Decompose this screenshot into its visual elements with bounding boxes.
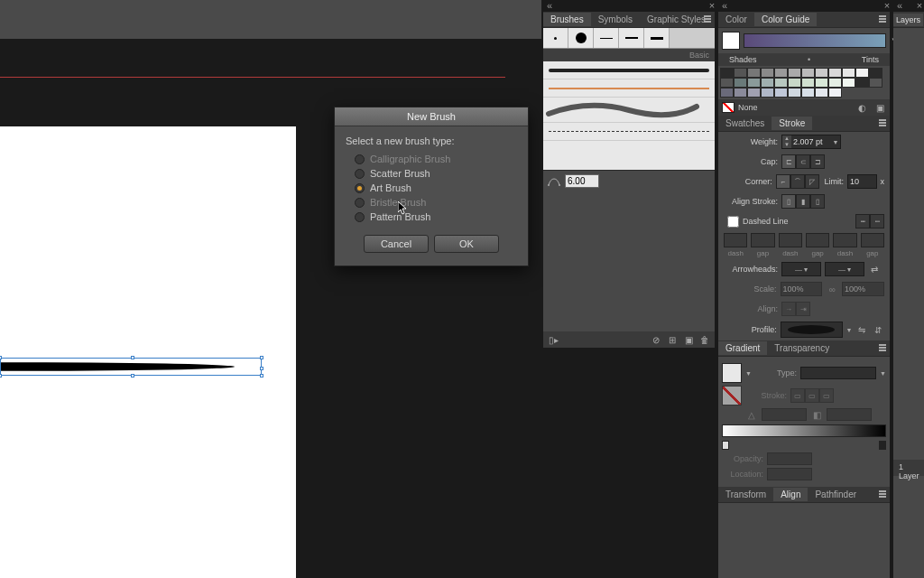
dash-align-icon[interactable]: ┉ <box>870 214 884 228</box>
color-swatch[interactable] <box>815 68 828 78</box>
brush-item[interactable] <box>543 98 715 123</box>
panel-close-icon[interactable]: × <box>914 0 924 11</box>
brush-thumbnail[interactable] <box>619 28 644 48</box>
panel-collapse-icon[interactable]: « <box>719 0 730 11</box>
dash-field[interactable] <box>833 233 856 247</box>
recolor-icon[interactable]: ◐ <box>855 101 868 114</box>
color-swatch[interactable] <box>869 68 882 78</box>
radio-icon[interactable] <box>355 169 365 179</box>
scale-end-input[interactable] <box>843 284 877 294</box>
options-icon[interactable]: ⊞ <box>666 333 679 346</box>
resize-handle[interactable] <box>260 367 263 370</box>
tab-pathfinder[interactable]: Pathfinder <box>808 488 864 501</box>
tab-transparency[interactable]: Transparency <box>767 341 836 355</box>
stroke-grad-3-icon[interactable]: ▭ <box>819 388 834 403</box>
color-swatch[interactable] <box>842 78 855 88</box>
brush-item[interactable] <box>543 123 715 141</box>
save-group-icon[interactable]: ▣ <box>873 101 886 114</box>
panel-close-icon[interactable]: × <box>707 0 717 11</box>
color-swatch[interactable] <box>734 78 747 88</box>
stroke-grad-1-icon[interactable]: ▭ <box>790 388 805 403</box>
gradient-location-field[interactable] <box>767 468 812 480</box>
tab-symbols[interactable]: Symbols <box>591 13 640 26</box>
selection-bounding-box[interactable] <box>0 358 262 376</box>
stroke-grad-2-icon[interactable]: ▭ <box>805 388 819 403</box>
cap-projecting-icon[interactable]: ⊐ <box>810 154 825 169</box>
color-swatch[interactable] <box>828 68 842 78</box>
color-swatch[interactable] <box>855 78 869 88</box>
gap-field[interactable] <box>861 233 884 247</box>
dashed-line-checkbox[interactable] <box>727 216 739 228</box>
cancel-button[interactable]: Cancel <box>364 235 429 253</box>
color-swatch[interactable] <box>720 78 734 88</box>
resize-handle[interactable] <box>131 374 134 378</box>
brush-thumbnail[interactable] <box>594 28 619 48</box>
panel-close-icon[interactable]: × <box>882 0 892 11</box>
arrowhead-start-select[interactable]: — ▾ <box>781 262 821 276</box>
tab-brushes[interactable]: Brushes <box>543 13 591 26</box>
color-swatch[interactable] <box>720 88 734 98</box>
brush-list[interactable] <box>543 61 715 170</box>
chevron-down-icon[interactable]: ▼ <box>745 370 752 377</box>
radio-icon[interactable] <box>355 183 365 193</box>
dash-field[interactable] <box>724 233 747 247</box>
none-swatch-icon[interactable] <box>722 102 735 113</box>
tab-stroke[interactable]: Stroke <box>772 117 812 130</box>
panel-menu-icon[interactable] <box>702 14 713 23</box>
cap-round-icon[interactable]: ⊂ <box>796 154 810 169</box>
base-color-swatch[interactable] <box>722 32 740 50</box>
artboard[interactable] <box>0 126 296 578</box>
panel-menu-icon[interactable] <box>877 14 888 23</box>
color-swatch[interactable] <box>801 68 815 78</box>
tab-layers[interactable]: Layers <box>893 14 923 26</box>
arrow-align-tip-icon[interactable]: → <box>781 302 796 316</box>
limit-field[interactable] <box>847 174 876 189</box>
new-brush-icon[interactable]: ▣ <box>682 333 695 346</box>
brush-item[interactable] <box>543 79 715 98</box>
gradient-aspect-field[interactable] <box>827 408 872 421</box>
color-swatch[interactable] <box>855 68 869 78</box>
panel-collapse-icon[interactable]: « <box>544 0 555 11</box>
dash-preserve-icon[interactable]: ┅ <box>855 214 870 228</box>
color-swatch[interactable] <box>842 68 855 78</box>
tab-gradient[interactable]: Gradient <box>718 341 767 355</box>
gradient-stop[interactable] <box>879 441 886 450</box>
resize-handle[interactable] <box>260 374 263 378</box>
cap-butt-icon[interactable]: ⊏ <box>781 154 796 169</box>
remove-stroke-icon[interactable]: ⊘ <box>650 333 662 346</box>
color-swatch[interactable] <box>788 68 801 78</box>
radio-icon[interactable] <box>355 212 365 222</box>
color-swatch[interactable] <box>734 88 747 98</box>
scale-start-input[interactable] <box>781 284 816 294</box>
tab-color[interactable]: Color <box>718 13 754 26</box>
align-center-icon[interactable]: ▯ <box>781 194 796 209</box>
resize-handle[interactable] <box>0 374 2 378</box>
color-swatch[interactable] <box>788 88 801 98</box>
resize-handle[interactable] <box>260 356 263 359</box>
color-swatch[interactable] <box>774 68 788 78</box>
profile-select[interactable] <box>781 322 843 338</box>
color-swatch[interactable] <box>747 88 761 98</box>
color-swatch[interactable] <box>720 68 734 78</box>
gradient-none-icon[interactable] <box>722 386 742 406</box>
panel-menu-icon[interactable] <box>877 489 888 499</box>
gradient-slider[interactable] <box>722 424 886 437</box>
color-swatch[interactable] <box>774 78 788 88</box>
color-swatch[interactable] <box>815 88 828 98</box>
color-swatch[interactable] <box>828 88 842 98</box>
tab-align[interactable]: Align <box>773 488 808 501</box>
panel-collapse-icon[interactable]: « <box>894 0 905 11</box>
brush-thumbnail[interactable] <box>568 28 594 48</box>
arrowhead-end-select[interactable]: — ▾ <box>825 262 864 276</box>
gradient-angle-field[interactable] <box>762 408 807 421</box>
brush-libraries-icon[interactable]: ▯▸ <box>547 333 559 346</box>
color-swatch[interactable] <box>828 78 842 88</box>
flip-across-icon[interactable]: ⇋ <box>856 323 869 336</box>
color-swatch[interactable] <box>788 78 801 88</box>
align-inside-icon[interactable]: ▮ <box>796 194 810 209</box>
brush-thumbnail[interactable] <box>644 28 670 48</box>
weight-field[interactable]: ▲▼ ▼ <box>781 135 841 149</box>
corner-bevel-icon[interactable]: ◸ <box>805 174 819 189</box>
color-swatch[interactable] <box>774 88 788 98</box>
step-down-icon[interactable]: ▼ <box>782 142 791 148</box>
